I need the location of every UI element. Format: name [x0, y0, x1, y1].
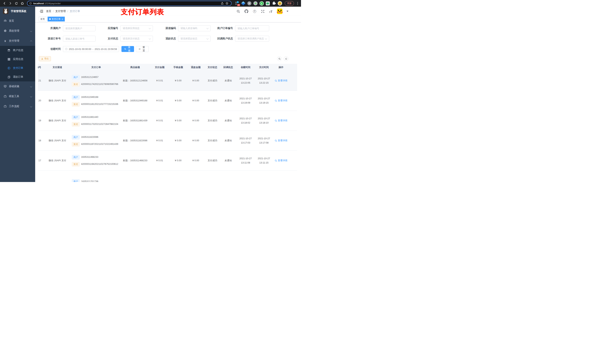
table-row[interactable]: 18 微信 JSAPI 支付 商户1635311823086 支付4200001… — [38, 131, 297, 151]
extension-record-icon[interactable] — [253, 1, 258, 6]
refresh-table-button[interactable] — [284, 56, 288, 61]
extension-emoji-icon[interactable] — [278, 1, 282, 6]
active-dot — [49, 18, 51, 20]
logo[interactable]: 芋道管理系统 — [0, 7, 35, 16]
home-icon[interactable] — [20, 1, 25, 6]
share-icon[interactable] — [220, 1, 225, 6]
github-icon[interactable] — [244, 9, 248, 13]
view-detail-link[interactable]: 查看详情 — [275, 158, 288, 163]
sidebar-item-workflow[interactable]: 工作流程 — [0, 101, 35, 111]
site-info-icon[interactable] — [29, 2, 32, 5]
table-row[interactable]: 17 微信 JSAPI 支付 商户1635311468233 支付4200001… — [38, 151, 297, 171]
table-row[interactable]: 21 微信 JSAPI 支付 商户1635312124657 支付4200001… — [38, 71, 297, 91]
channel-code-select[interactable]: 请输入渠道编码 — [178, 25, 211, 31]
merchant-order-no: 1635311251736 — [81, 179, 98, 182]
bookmark-star-icon[interactable] — [225, 1, 229, 6]
browser-menu-icon[interactable] — [296, 1, 299, 6]
breadcrumb-separator: / — [67, 10, 68, 13]
view-detail-link[interactable]: 查看详情 — [275, 138, 288, 143]
sidebar-item-system[interactable]: 系统管理 — [0, 26, 35, 36]
sidebar-item-pay-order[interactable]: ¥ 支付订单 — [0, 64, 35, 73]
help-icon[interactable]: ? — [252, 9, 257, 13]
page: localhost:1024/pay/order 10 ⌘ y 更新 — [0, 0, 301, 182]
forward-icon[interactable] — [8, 1, 13, 6]
sidebar-collapse-icon[interactable] — [40, 10, 43, 13]
pay-status-select[interactable]: 请选择支付状态 — [120, 36, 153, 42]
breadcrumb-payment[interactable]: 支付管理 — [55, 10, 66, 13]
cell-channel: 微信 JSAPI 支付 — [44, 79, 70, 83]
col-channel: 支付渠道 — [44, 65, 70, 69]
url-host: localhost — [33, 2, 44, 5]
sidebar-item-label: 退款订单 — [13, 75, 23, 79]
channel-order-no-field[interactable] — [65, 37, 93, 40]
font-size-icon[interactable]: TT — [269, 9, 273, 13]
yen-icon: ¥ — [4, 39, 7, 42]
tag-home[interactable]: 首页 — [39, 17, 46, 21]
cell-refund: ¥ 0.00 — [187, 138, 204, 143]
cell-channel: 微信 JSAPI 支付 — [44, 138, 70, 143]
chevron-up-icon — [30, 40, 32, 42]
col-id: 编号 — [38, 65, 44, 69]
callback-status-select[interactable]: 请选择订单回调商户状态 — [235, 36, 269, 42]
sidebar-item-label: 应用信息 — [13, 58, 23, 61]
table-row[interactable]: 20 微信 JSAPI 支付 商户1635311949168 支付4200001… — [38, 91, 297, 111]
sidebar-item-infrastructure[interactable]: 基础设施 — [0, 81, 35, 91]
avatar-caret-icon[interactable] — [287, 11, 288, 12]
sidebar-item-merchant-info[interactable]: 商户信息 — [0, 46, 35, 55]
reset-button[interactable]: 重置 — [136, 46, 149, 52]
extension-kite-icon[interactable] — [241, 1, 246, 6]
sidebar-item-app-info[interactable]: 应用信息 — [0, 55, 35, 64]
url-bar[interactable]: localhost:1024/pay/order — [27, 1, 232, 6]
back-icon[interactable] — [2, 1, 7, 6]
cell-channel: 微信 JSAPI 支付 — [44, 158, 70, 163]
sidebar-item-home[interactable]: 首页 — [0, 16, 35, 26]
sidebar-item-label: 商户信息 — [13, 49, 23, 52]
cell-order: 商户1635311881440 支付4200001173202110272847… — [70, 115, 120, 126]
browser-update-button[interactable]: 更新 — [285, 1, 294, 6]
channel-order-no-input[interactable] — [63, 36, 96, 42]
breadcrumb-separator: / — [53, 10, 54, 13]
app-select[interactable]: 请选择应用信息 — [120, 25, 153, 31]
view-detail-link[interactable]: 查看详情 — [275, 79, 288, 83]
extension-puzzle-icon[interactable] — [272, 1, 276, 6]
merchant-order-no-field[interactable] — [237, 27, 267, 30]
sidebar-item-refund-order[interactable]: 退款订单 — [0, 73, 35, 81]
cell-amount: ¥ 0.01 — [150, 79, 169, 83]
merchant-tag: 商户 — [72, 135, 80, 139]
table-row[interactable]: 19 微信 JSAPI 支付 商户1635311881440 支付4200001… — [38, 111, 297, 131]
merchant-tag: 商户 — [72, 179, 80, 182]
cell-title: 标题：1635311949168 — [120, 99, 150, 103]
fullscreen-icon[interactable] — [261, 9, 265, 13]
cell-refund: ¥ 0.00 — [187, 79, 204, 83]
cell-order: 商户1635311468233 支付4200001194202110276752… — [70, 155, 120, 166]
tag-pay-order[interactable]: 支付订单 × — [48, 17, 65, 21]
tag-close-icon[interactable]: × — [62, 18, 63, 20]
search-button[interactable]: 搜索 — [121, 46, 134, 52]
reload-icon[interactable] — [14, 1, 19, 6]
col-amount: 支付金额 — [150, 65, 169, 69]
extension-y-icon[interactable]: y — [259, 1, 264, 6]
date-range-picker[interactable]: 2021-10-01 00:00:00 - 2021-10-31 23:59:5… — [63, 46, 119, 52]
sidebar-item-devtools[interactable]: 研发工具 — [0, 91, 35, 101]
extension-chat-icon[interactable] — [266, 1, 270, 6]
shop-icon — [7, 49, 10, 52]
extensions-row: 10 ⌘ y — [235, 1, 282, 6]
sidebar-item-label: 支付管理 — [9, 39, 19, 42]
toggle-search-button[interactable] — [277, 56, 282, 61]
cell-amount: ¥ 0.01 — [150, 158, 169, 163]
view-detail-link[interactable]: 查看详情 — [275, 119, 288, 123]
cell-id: 21 — [38, 79, 44, 83]
merchant-order-no-input[interactable] — [235, 25, 269, 31]
extension-layers-icon[interactable]: 10 — [235, 1, 239, 6]
merchant-input-field[interactable] — [65, 27, 93, 30]
export-button[interactable]: 导出 — [39, 56, 51, 61]
extension-command-icon[interactable]: ⌘ — [247, 1, 252, 6]
sidebar-item-payment[interactable]: ¥ 支付管理 — [0, 36, 35, 46]
breadcrumb-home[interactable]: 首页 — [46, 10, 51, 13]
table-row-partial[interactable]: 商户1635311251736 — [38, 171, 297, 182]
search-icon[interactable] — [236, 9, 240, 13]
refund-status-select[interactable]: 请选择退款状态 — [178, 36, 211, 42]
view-detail-link[interactable]: 查看详情 — [275, 99, 288, 103]
avatar[interactable] — [277, 9, 282, 14]
merchant-input[interactable] — [63, 25, 96, 31]
